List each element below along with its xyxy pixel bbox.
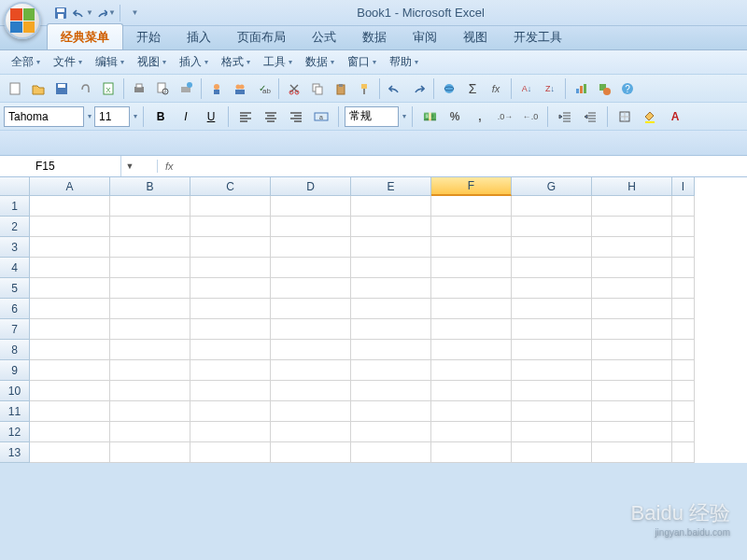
cell-F9[interactable] xyxy=(431,360,512,381)
cell-G3[interactable] xyxy=(512,237,592,258)
decrease-decimal-button[interactable]: ←.0 xyxy=(519,106,542,127)
font-size-select[interactable]: 11 xyxy=(94,106,130,127)
row-header-3[interactable]: 3 xyxy=(0,237,30,258)
menu-help[interactable]: 帮助▾ xyxy=(384,51,424,73)
qat-customize[interactable]: ▼ xyxy=(124,4,145,22)
permission2-button[interactable] xyxy=(229,77,251,100)
open-button[interactable] xyxy=(27,77,49,100)
cell-F11[interactable] xyxy=(431,401,512,422)
cell-I13[interactable] xyxy=(672,442,695,463)
chevron-down-icon[interactable]: ▾ xyxy=(402,112,406,120)
cell-E12[interactable] xyxy=(351,422,431,442)
cell-H5[interactable] xyxy=(592,278,672,299)
fx-icon[interactable]: fx xyxy=(165,161,174,172)
cell-G12[interactable] xyxy=(512,422,592,442)
cell-B11[interactable] xyxy=(110,401,190,422)
row-header-7[interactable]: 7 xyxy=(0,319,30,340)
cell-D2[interactable] xyxy=(271,217,351,237)
cell-I11[interactable] xyxy=(672,401,695,422)
cell-A3[interactable] xyxy=(30,237,110,258)
menu-insert[interactable]: 插入▾ xyxy=(174,51,214,73)
cell-I6[interactable] xyxy=(672,299,695,319)
cell-A2[interactable] xyxy=(30,217,110,237)
new-button[interactable] xyxy=(4,77,26,100)
cell-I1[interactable] xyxy=(672,196,695,217)
paste-button[interactable] xyxy=(330,77,352,100)
cell-B2[interactable] xyxy=(110,217,190,237)
name-box[interactable]: F15 xyxy=(28,156,121,176)
menu-view[interactable]: 视图▾ xyxy=(132,51,172,73)
excel-doc-button[interactable]: X xyxy=(97,77,120,100)
cell-C12[interactable] xyxy=(190,422,271,442)
chevron-down-icon[interactable]: ▾ xyxy=(134,112,137,120)
tab-page-layout[interactable]: 页面布局 xyxy=(224,24,299,49)
cell-H1[interactable] xyxy=(592,196,672,217)
cell-I10[interactable] xyxy=(672,381,695,401)
cell-D8[interactable] xyxy=(271,340,351,360)
cell-H8[interactable] xyxy=(592,340,672,360)
font-name-select[interactable]: Tahoma xyxy=(4,106,84,127)
cell-B9[interactable] xyxy=(110,360,190,381)
cell-A13[interactable] xyxy=(30,442,110,463)
cut-button[interactable] xyxy=(283,77,305,100)
menu-format[interactable]: 格式▾ xyxy=(216,51,256,73)
tab-review[interactable]: 审阅 xyxy=(400,24,450,49)
cell-E2[interactable] xyxy=(351,217,431,237)
cell-D10[interactable] xyxy=(271,381,351,401)
row-header-6[interactable]: 6 xyxy=(0,299,30,319)
column-header-G[interactable]: G xyxy=(512,177,592,196)
cell-C8[interactable] xyxy=(190,340,271,360)
cell-D3[interactable] xyxy=(271,237,351,258)
cell-G9[interactable] xyxy=(512,360,592,381)
spelling-button[interactable]: ✓ab xyxy=(252,77,275,100)
menu-data[interactable]: 数据▾ xyxy=(300,51,340,73)
cell-C2[interactable] xyxy=(190,217,271,237)
cell-F8[interactable] xyxy=(431,340,512,360)
row-header-11[interactable]: 11 xyxy=(0,401,30,422)
cell-I3[interactable] xyxy=(672,237,695,258)
undo-button[interactable]: ▼ xyxy=(73,4,93,22)
cell-B1[interactable] xyxy=(110,196,190,217)
cell-G1[interactable] xyxy=(512,196,592,217)
align-center-button[interactable] xyxy=(260,106,282,127)
cell-F4[interactable] xyxy=(431,258,512,278)
cell-C6[interactable] xyxy=(190,299,271,319)
cell-I8[interactable] xyxy=(672,340,695,360)
print-preview-button[interactable] xyxy=(151,77,174,100)
cell-B8[interactable] xyxy=(110,340,190,360)
cell-E9[interactable] xyxy=(351,360,431,381)
tab-insert[interactable]: 插入 xyxy=(174,24,224,49)
cell-F13[interactable] xyxy=(431,442,512,463)
cell-H3[interactable] xyxy=(592,237,672,258)
cell-A12[interactable] xyxy=(30,422,110,442)
cell-G10[interactable] xyxy=(512,381,592,401)
sort-desc-button[interactable]: Z↓ xyxy=(539,77,561,100)
align-right-button[interactable] xyxy=(285,106,307,127)
column-header-B[interactable]: B xyxy=(110,177,190,196)
autosum-button[interactable]: Σ xyxy=(461,77,484,100)
comma-button[interactable]: , xyxy=(469,106,491,127)
cell-C7[interactable] xyxy=(190,319,271,340)
cell-G6[interactable] xyxy=(512,299,592,319)
cell-A7[interactable] xyxy=(30,319,110,340)
row-header-12[interactable]: 12 xyxy=(0,422,30,442)
column-header-D[interactable]: D xyxy=(271,177,351,196)
row-header-1[interactable]: 1 xyxy=(0,196,30,217)
row-header-8[interactable]: 8 xyxy=(0,340,30,360)
cell-B12[interactable] xyxy=(110,422,190,442)
cell-B7[interactable] xyxy=(110,319,190,340)
insert-function-button[interactable]: fx xyxy=(485,77,507,100)
column-header-I[interactable]: I xyxy=(672,177,695,196)
cell-I5[interactable] xyxy=(672,278,695,299)
cell-F3[interactable] xyxy=(431,237,512,258)
cell-E10[interactable] xyxy=(351,381,431,401)
cell-B6[interactable] xyxy=(110,299,190,319)
menu-file[interactable]: 文件▾ xyxy=(48,51,88,73)
number-format-select[interactable]: 常规 xyxy=(345,106,399,127)
font-color-button[interactable]: A xyxy=(664,106,686,127)
cell-F6[interactable] xyxy=(431,299,512,319)
cell-D11[interactable] xyxy=(271,401,351,422)
increase-indent-button[interactable] xyxy=(579,106,601,127)
currency-button[interactable]: 💵 xyxy=(418,106,441,127)
tab-developer[interactable]: 开发工具 xyxy=(500,24,575,49)
